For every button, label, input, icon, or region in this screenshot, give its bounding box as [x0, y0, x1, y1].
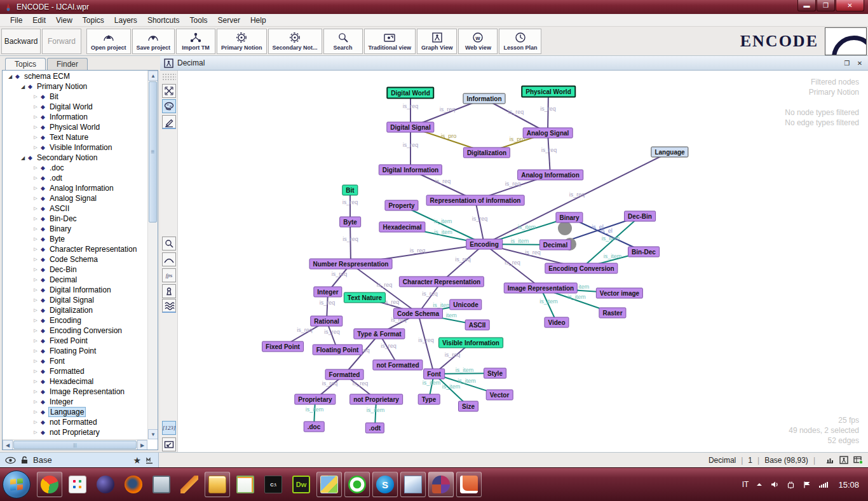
- taskbar-explorer-folder-icon[interactable]: [205, 472, 230, 497]
- tree-item-label[interactable]: not Formatted: [48, 418, 98, 427]
- taskbar-remote-desktop-icon[interactable]: [149, 472, 174, 497]
- expand-arrow-icon[interactable]: ▷: [32, 237, 39, 242]
- graph-node-fixed-point[interactable]: Fixed Point: [262, 341, 304, 352]
- expand-arrow-icon[interactable]: ▷: [32, 257, 39, 262]
- tree-item-label[interactable]: Physical World: [48, 123, 101, 132]
- expand-arrow-icon[interactable]: ▷: [32, 247, 39, 252]
- tree-item-dec-bin[interactable]: ▷◆Dec-Bin: [3, 264, 147, 275]
- expand-arrow-icon[interactable]: ▷: [32, 348, 39, 353]
- expand-arrow-icon[interactable]: ▷: [32, 389, 39, 394]
- graph-node-odt[interactable]: .odt: [365, 423, 384, 434]
- graph-node-language[interactable]: Language: [651, 147, 688, 158]
- tree-item-hexadecimal[interactable]: ▷◆Hexadecimal: [3, 376, 147, 387]
- tree-item-label[interactable]: Code Schema: [48, 255, 99, 264]
- expand-arrow-icon[interactable]: ▷: [32, 287, 39, 292]
- expand-arrow-icon[interactable]: ▷: [32, 308, 39, 313]
- graph-node-vector[interactable]: Vector: [486, 390, 513, 401]
- tree-item-not-proprietary[interactable]: ▷◆not Proprietary: [3, 427, 147, 437]
- tree-horizontal-scrollbar[interactable]: ◀ ▶: [3, 439, 147, 450]
- tree-item-image-representation[interactable]: ▷◆Image Representation: [3, 387, 147, 397]
- tab-finder[interactable]: Finder: [47, 58, 88, 70]
- graph-node-ascii[interactable]: ASCII: [465, 320, 490, 331]
- graph-node-not-formatted[interactable]: not Formatted: [372, 360, 423, 371]
- tree-item-label[interactable]: Decimal: [48, 275, 78, 284]
- expand-arrow-icon[interactable]: ▷: [32, 379, 39, 384]
- minimize-button[interactable]: ▬: [797, 0, 816, 11]
- graph-node-text-nature[interactable]: Text Nature: [344, 292, 386, 303]
- scroll-thumb[interactable]: [149, 81, 157, 223]
- graph-node-dec-bin[interactable]: Dec-Bin: [624, 211, 656, 222]
- expand-arrow-icon[interactable]: ▷: [32, 318, 39, 323]
- scroll-left-button[interactable]: ◀: [3, 440, 13, 450]
- taskbar-encode-app-icon[interactable]: [428, 472, 454, 497]
- graph-node-digital-world[interactable]: Digital World: [386, 87, 434, 99]
- visibility-eye-icon[interactable]: [5, 456, 16, 464]
- taskbar-presentation-icon[interactable]: [456, 472, 482, 497]
- maximize-button[interactable]: ❐: [817, 0, 835, 11]
- numbering-tool-button[interactable]: [123]: [162, 421, 176, 435]
- expand-arrow-icon[interactable]: ▷: [32, 277, 39, 282]
- graph-node-decimal[interactable]: Decimal: [539, 240, 571, 251]
- tree-item-label[interactable]: Visible Information: [48, 143, 114, 152]
- tree-item-secondary-notion[interactable]: ◢◆Secondary Notion: [3, 153, 147, 163]
- tree-item-code-schema[interactable]: ▷◆Code Schema: [3, 254, 147, 264]
- menu-layers[interactable]: Layers: [109, 15, 142, 26]
- graph-edge-representation-of-information-encoding[interactable]: [475, 200, 484, 244]
- expand-arrow-icon[interactable]: ▷: [32, 125, 39, 130]
- expand-arrow-icon[interactable]: ▷: [32, 165, 39, 170]
- scroll-down-button[interactable]: ▼: [148, 429, 158, 439]
- graph-node-binary[interactable]: Binary: [555, 212, 583, 223]
- tree-item-label[interactable]: not Proprietary: [48, 428, 101, 437]
- graph-node-digital-signal[interactable]: Digital Signal: [386, 122, 434, 133]
- tree-item-encoding[interactable]: ▷◆Encoding: [3, 315, 147, 326]
- tree-item-label[interactable]: Language: [48, 407, 86, 417]
- tree-item-integer[interactable]: ▷◆Integer: [3, 397, 147, 407]
- graph-node-analog-signal[interactable]: Analog Signal: [523, 128, 573, 139]
- tree-item-digital-world[interactable]: ▷◆Digital World: [3, 102, 147, 112]
- tree-item-analog-signal[interactable]: ▷◆Analog Signal: [3, 193, 147, 203]
- tree-item--doc[interactable]: ▷◆.doc: [3, 163, 147, 173]
- network-bars-icon[interactable]: [818, 481, 829, 488]
- start-button[interactable]: [3, 470, 31, 498]
- graph-node-encoding[interactable]: Encoding: [466, 239, 503, 250]
- taskbar-documents-icon[interactable]: [316, 472, 342, 497]
- zoom-tool-button[interactable]: [162, 237, 176, 251]
- graph-node-floating-point[interactable]: Floating Point: [313, 345, 363, 355]
- graph-node-physical-world[interactable]: Physical World: [521, 86, 576, 98]
- tree-item-text-nature[interactable]: ▷◆Text Nature: [3, 132, 147, 142]
- star-icon[interactable]: ★: [133, 455, 141, 465]
- graph-node-type-format[interactable]: Type & Format: [353, 329, 405, 340]
- menu-tools[interactable]: Tools: [185, 15, 213, 26]
- forward-button[interactable]: Forward: [42, 29, 81, 54]
- graph-node-size[interactable]: Size: [458, 401, 478, 412]
- graph-node-analog-information[interactable]: Analog Information: [517, 170, 583, 181]
- graph-node-unicode[interactable]: Unicode: [449, 299, 482, 310]
- tree-item-decimal[interactable]: ▷◆Decimal: [3, 275, 147, 285]
- tree-item-label[interactable]: Digital World: [48, 102, 94, 111]
- tree-item-analog-information[interactable]: ▷◆Analog Information: [3, 183, 147, 193]
- search-button[interactable]: Search: [323, 29, 363, 54]
- tab-topics[interactable]: Topics: [5, 58, 46, 70]
- tree-item-encoding-conversion[interactable]: ▷◆Encoding Conversion: [3, 326, 147, 336]
- clock[interactable]: 15:08: [838, 480, 859, 490]
- tree-item-label[interactable]: Floating Point: [48, 347, 97, 355]
- tree-item-ascii[interactable]: ▷◆ASCII: [3, 203, 147, 214]
- taskbar-firefox-icon[interactable]: [121, 472, 146, 497]
- fps-tool-button[interactable]: fps: [162, 268, 176, 282]
- expand-arrow-icon[interactable]: ▷: [32, 399, 39, 404]
- graph-node-representation-of-information[interactable]: Representation of information: [426, 195, 525, 206]
- tree-item-label[interactable]: Binary: [48, 224, 72, 233]
- tree-item-bin-dec[interactable]: ▷◆Bin-Dec: [3, 214, 147, 224]
- tree-item-label[interactable]: Text Nature: [48, 133, 90, 142]
- graph-view-button[interactable]: Graph View: [417, 29, 457, 54]
- web-view-button[interactable]: wWeb view: [458, 29, 498, 54]
- graph-node-information[interactable]: Information: [463, 93, 506, 104]
- expand-arrow-icon[interactable]: ▷: [32, 216, 39, 221]
- tree-item-label[interactable]: Digitalization: [48, 306, 94, 315]
- expand-arrow-icon[interactable]: ▷: [32, 94, 39, 99]
- tree-vertical-scrollbar[interactable]: ▲ ▼: [147, 71, 158, 439]
- graph-node-video[interactable]: Video: [544, 317, 569, 328]
- menu-server[interactable]: Server: [213, 15, 245, 26]
- panel-close-icon[interactable]: ✕: [855, 58, 864, 67]
- tree-item-label[interactable]: Bin-Dec: [48, 214, 78, 223]
